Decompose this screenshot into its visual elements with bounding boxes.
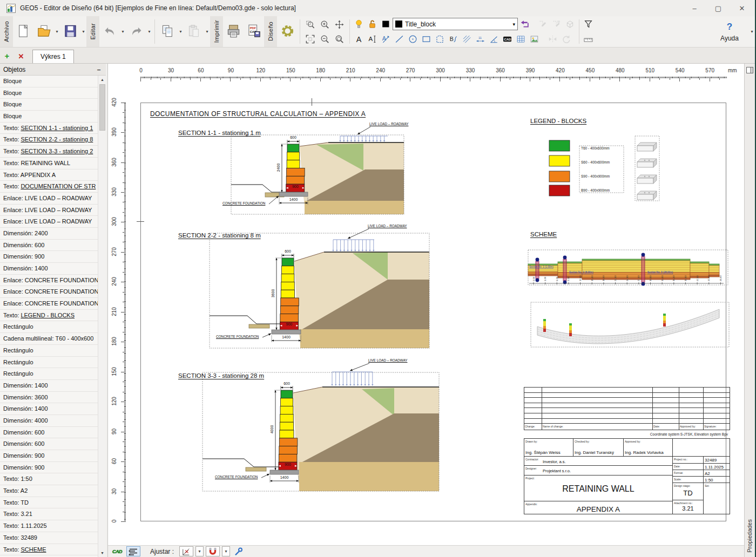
drawing-main-title[interactable]: DOCUMENTATION OF STRUCTURAL CALCULATION …: [150, 110, 366, 118]
wall-block-yellow[interactable]: [280, 406, 293, 415]
group-label-diseno[interactable]: Diseño: [264, 16, 277, 47]
group-label-imprimir[interactable]: Imprimir: [210, 16, 223, 47]
close-drawing-button[interactable]: ✕: [14, 52, 28, 63]
attachment-value[interactable]: 3.21: [672, 505, 704, 512]
wall-block-green[interactable]: [282, 258, 294, 266]
title-block[interactable]: Change:Name of change:Date:Approved by:S…: [524, 386, 731, 514]
objects-list-row[interactable]: Texto: 32489: [0, 532, 98, 544]
filter-button[interactable]: [582, 17, 595, 31]
zoom-region-button[interactable]: [303, 18, 317, 31]
open-file-dropdown-icon[interactable]: ▾: [54, 19, 60, 44]
wall-block-yellow[interactable]: [287, 152, 300, 160]
close-button[interactable]: ✕: [730, 1, 754, 16]
objects-list-row[interactable]: Texto: 3.21: [0, 508, 98, 520]
copy-dropdown-icon[interactable]: ▾: [178, 19, 184, 44]
objects-list-row[interactable]: Cadena multilineal: T60 - 400x600: [0, 333, 98, 345]
project-name[interactable]: RETAINING WALL: [524, 484, 673, 494]
wall-block-orange[interactable]: [279, 446, 298, 454]
appendix-value[interactable]: APPENDIX A: [524, 505, 673, 513]
legend-swatch-green[interactable]: [549, 140, 570, 151]
concrete-foundation-label[interactable]: CONCRETE FOUNDATION: [216, 335, 259, 338]
section-drawing-3[interactable]: 60040009001400SECTION 3-3 - stationing 2…: [162, 355, 448, 495]
wall-block-yellow[interactable]: [280, 430, 294, 438]
maximize-button[interactable]: ▢: [706, 1, 730, 16]
angle-dimension-tool-button[interactable]: [487, 32, 501, 46]
objects-list-row[interactable]: Enlace: CONCRETE FOUNDATION: [0, 298, 98, 310]
legend-entry-label[interactable]: S90 - 400x900mm: [581, 174, 610, 178]
concrete-foundation-label[interactable]: CONCRETE FOUNDATION: [215, 475, 258, 479]
legend-swatch-red[interactable]: [549, 185, 570, 196]
objects-list-row[interactable]: Rectángulo: [0, 321, 98, 333]
objects-list-row[interactable]: Enlace: LIVE LOAD – ROADWAY: [0, 205, 98, 216]
objects-list-row[interactable]: Enlace: CONCRETE FOUNDATION: [0, 275, 98, 287]
objects-list-row[interactable]: Dimensión: 600: [0, 427, 98, 439]
snap-axis-dropdown-icon[interactable]: ▾: [195, 546, 204, 556]
pan-button[interactable]: [333, 18, 346, 31]
wall-block-yellow[interactable]: [280, 414, 294, 422]
undo-button[interactable]: [100, 19, 119, 43]
person-name[interactable]: Ing. Daniel Turanský: [575, 450, 614, 455]
wall-block-yellow[interactable]: [281, 282, 295, 290]
wall-block-orange[interactable]: [280, 306, 299, 314]
hatch-tool-button[interactable]: [460, 32, 474, 46]
zoom-previous-button[interactable]: [333, 32, 346, 46]
contractor-value[interactable]: Investor, a.s.: [543, 459, 566, 464]
section-drawing-2[interactable]: 60036009001400SECTION 2-2 - stationing 8…: [162, 223, 432, 353]
dimension-height[interactable]: 4000: [270, 419, 274, 440]
wall-block-yellow[interactable]: [281, 274, 294, 282]
visibility-bulb-button[interactable]: [352, 17, 366, 31]
concrete-foundation-label[interactable]: CONCRETE FOUNDATION: [222, 201, 265, 205]
objects-list-row[interactable]: Rectángulo: [0, 345, 98, 357]
dimension-block[interactable]: 900: [286, 185, 305, 188]
save-button[interactable]: [60, 19, 80, 43]
dimension-width[interactable]: 600: [282, 135, 304, 139]
objects-list-row[interactable]: Dimensión: 2400: [0, 228, 98, 240]
wall-block-green[interactable]: [281, 390, 293, 398]
line-style-button[interactable]: [126, 546, 140, 556]
objects-list-row[interactable]: Rectángulo: [0, 357, 98, 369]
wall-block-green[interactable]: [287, 144, 299, 152]
settings-gear-button[interactable]: [278, 19, 297, 43]
legend-swatch-yellow[interactable]: [549, 155, 570, 166]
text-edit-tool-button[interactable]: A: [366, 32, 379, 46]
collapse-panel-button[interactable]: –: [95, 66, 103, 73]
apply-layer-button[interactable]: [518, 17, 531, 31]
print-button[interactable]: [224, 19, 243, 43]
objects-list-row[interactable]: Texto: LEGEND - BLOCKS: [0, 310, 98, 322]
objects-list-row[interactable]: Rectángulo: [0, 368, 98, 380]
design-stage-value[interactable]: TD: [672, 489, 704, 497]
text-tool-button[interactable]: A: [352, 32, 366, 46]
objects-list-row[interactable]: Dimensión: 900: [0, 462, 98, 474]
toolbar-options-dropdown-icon[interactable]: ▾: [749, 29, 755, 34]
legend-entry-label[interactable]: S60 - 400x600mm: [581, 160, 610, 164]
objects-list-row[interactable]: Texto: 1:50: [0, 473, 98, 485]
objects-list-row[interactable]: Texto: SECTION 1-1 - stationing 1: [0, 123, 98, 134]
objects-list-row[interactable]: Texto: 1.11.2025: [0, 520, 98, 532]
wall-block-orange[interactable]: [281, 298, 299, 306]
dimension-base[interactable]: 1400: [283, 198, 305, 201]
layer-lock-button[interactable]: [366, 17, 379, 31]
spline-tool-button[interactable]: B: [447, 32, 460, 46]
designer-value[interactable]: Projektant s.r.o.: [543, 468, 571, 473]
section-drawing-1[interactable]: 60024009001400SECTION 1-1 - stationing 1…: [162, 121, 416, 221]
wall-block-yellow[interactable]: [282, 266, 294, 274]
image-tool-button[interactable]: [528, 32, 541, 46]
combo-dropdown-icon[interactable]: ▾: [512, 22, 515, 27]
circle-tool-button[interactable]: [406, 32, 420, 46]
section-title[interactable]: SECTION 2-2 - stationing 8 m: [178, 232, 261, 239]
objects-list-row[interactable]: Dimensión: 1400: [0, 263, 98, 275]
scroll-down-icon[interactable]: ▼: [98, 549, 106, 557]
open-file-button[interactable]: [34, 19, 53, 43]
meta-value[interactable]: A2: [705, 471, 710, 476]
objects-list-row[interactable]: Dimensión: 900: [0, 251, 98, 263]
objects-list-row[interactable]: Texto: APPENDIX A: [0, 169, 98, 181]
group-label-archivo[interactable]: Archivo: [0, 16, 13, 47]
concrete-foundation[interactable]: [279, 192, 308, 196]
dimension-base[interactable]: 1400: [275, 335, 297, 339]
scheme-section-label[interactable]: Section No. 1 (1,00m): [529, 266, 554, 268]
objects-list-row[interactable]: Texto: RETAINING WALL: [0, 158, 98, 169]
table-tool-button[interactable]: [514, 32, 528, 46]
redo-dropdown-icon[interactable]: ▾: [146, 19, 152, 44]
live-load-label[interactable]: LIVE LOAD – ROADWAY: [368, 224, 407, 228]
dimension-base[interactable]: 1400: [274, 476, 295, 479]
